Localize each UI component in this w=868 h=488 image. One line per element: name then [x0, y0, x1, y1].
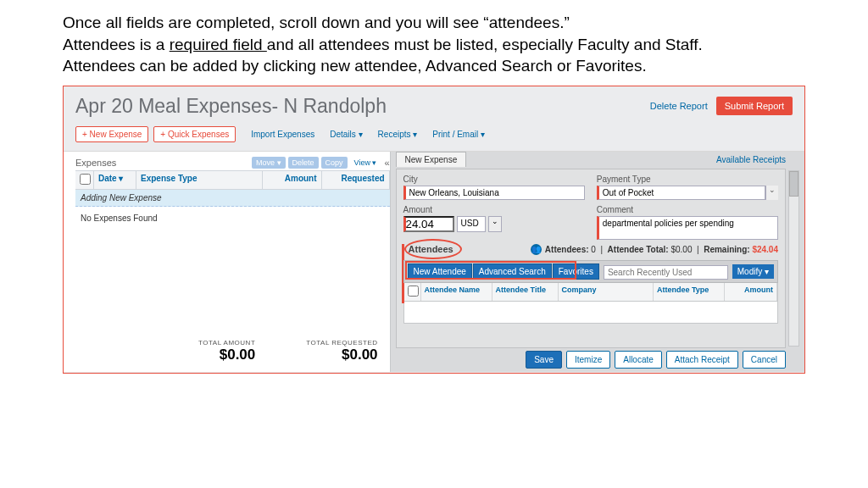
move-button[interactable]: Move ▾ [252, 157, 286, 169]
comment-textarea[interactable]: departmental policies per spending [597, 216, 778, 240]
receipts-menu[interactable]: Receipts ▾ [378, 130, 418, 139]
comment-label: Comment [597, 205, 778, 214]
search-recently-used-input[interactable] [604, 265, 728, 280]
advanced-search-button[interactable]: Advanced Search [473, 263, 552, 280]
allocate-button[interactable]: Allocate [615, 351, 662, 369]
col-attendee-amount[interactable]: Amount [725, 283, 777, 301]
amount-input[interactable] [403, 216, 454, 232]
new-expense-button[interactable]: + New Expense [75, 126, 148, 142]
col-requested[interactable]: Requested [322, 171, 390, 189]
quick-expenses-button[interactable]: + Quick Expenses [153, 126, 236, 142]
payment-type-label: Payment Type [597, 175, 778, 184]
city-input[interactable] [403, 186, 585, 200]
save-button[interactable]: Save [526, 351, 562, 369]
delete-report-link[interactable]: Delete Report [650, 101, 708, 111]
modify-button[interactable]: Modify ▾ [732, 264, 774, 279]
attendees-heading: Attendees [409, 244, 453, 254]
col-date[interactable]: Date ▾ [94, 171, 136, 189]
attendees-table-header: Attendee Name Attendee Title Company Att… [403, 283, 778, 302]
col-expense-type[interactable]: Expense Type [136, 171, 263, 189]
attach-receipt-button[interactable]: Attach Receipt [666, 351, 738, 369]
total-requested-value: $0.00 [306, 347, 377, 363]
view-menu[interactable]: View ▾ [350, 157, 381, 169]
chevron-down-icon[interactable]: ⌄ [488, 216, 502, 232]
new-attendee-button[interactable]: New Attendee [408, 263, 472, 280]
currency-select[interactable]: USD [457, 216, 486, 232]
itemize-button[interactable]: Itemize [566, 351, 610, 369]
no-expenses-message: No Expenses Found [75, 207, 390, 230]
delete-button[interactable]: Delete [288, 157, 319, 169]
col-amount[interactable]: Amount [263, 171, 322, 189]
col-attendee-name[interactable]: Attendee Name [421, 283, 492, 301]
col-attendee-title[interactable]: Attendee Title [492, 283, 559, 301]
cancel-button[interactable]: Cancel [743, 351, 786, 369]
available-receipts-link[interactable]: Available Receipts [716, 155, 786, 164]
app-window: Apr 20 Meal Expenses- N Randolph Delete … [63, 86, 805, 374]
copy-button[interactable]: Copy [321, 157, 348, 169]
col-company[interactable]: Company [559, 283, 654, 301]
attendees-icon: 👥 [531, 244, 542, 255]
import-expenses-link[interactable]: Import Expenses [251, 130, 314, 139]
select-all-checkbox[interactable] [80, 174, 91, 185]
total-requested-label: TOTAL REQUESTED [306, 339, 377, 347]
favorites-button[interactable]: Favorites [553, 263, 599, 280]
city-label: City [403, 175, 585, 184]
instruction-text: Once all fields are completed, scroll do… [63, 12, 805, 77]
attendee-select-all[interactable] [408, 286, 419, 297]
expenses-heading: Expenses [75, 158, 116, 168]
chevron-down-icon[interactable]: ⌄ [765, 186, 778, 200]
expenses-table-header: Date ▾ Expense Type Amount Requested [75, 170, 390, 190]
amount-label: Amount [403, 205, 585, 214]
total-amount-value: $0.00 [198, 347, 255, 363]
submit-report-button[interactable]: Submit Report [716, 97, 793, 115]
details-menu[interactable]: Details ▾ [330, 130, 362, 139]
col-attendee-type[interactable]: Attendee Type [654, 283, 725, 301]
page-title: Apr 20 Meal Expenses- N Randolph [75, 95, 650, 118]
total-amount-label: TOTAL AMOUNT [198, 339, 255, 347]
attendees-table-body [403, 302, 778, 324]
scrollbar[interactable] [788, 170, 799, 347]
new-expense-tab[interactable]: New Expense [396, 152, 467, 167]
print-email-menu[interactable]: Print / Email ▾ [432, 130, 485, 139]
payment-type-select[interactable]: Out of Pocket [597, 186, 765, 200]
adding-new-expense-row: Adding New Expense [75, 190, 390, 207]
